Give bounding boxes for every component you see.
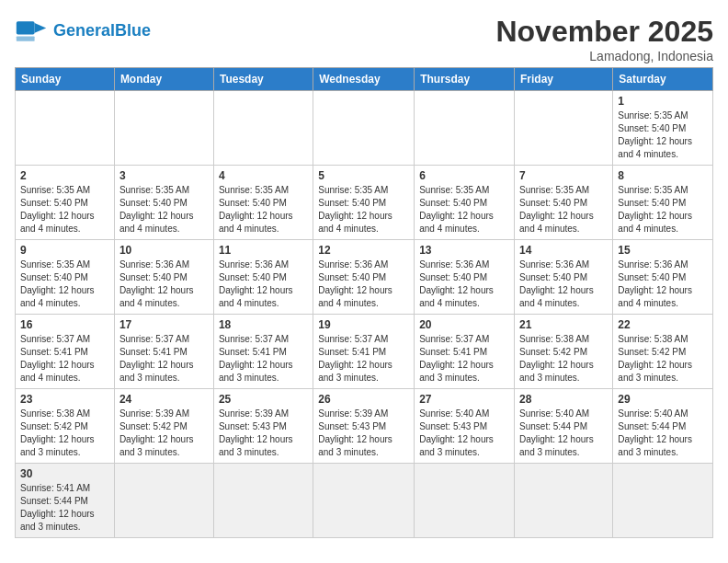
day-number: 2	[20, 169, 109, 182]
day-info: Sunrise: 5:35 AM Sunset: 5:40 PM Dayligh…	[618, 184, 708, 236]
calendar-day-cell: 16Sunrise: 5:37 AM Sunset: 5:41 PM Dayli…	[16, 315, 115, 389]
month-year-title: November 2025	[495, 15, 713, 49]
day-info: Sunrise: 5:36 AM Sunset: 5:40 PM Dayligh…	[618, 259, 708, 310]
calendar-week-row: 1Sunrise: 5:35 AM Sunset: 5:40 PM Daylig…	[16, 91, 713, 166]
weekday-header-row: SundayMondayTuesdayWednesdayThursdayFrid…	[16, 68, 713, 91]
logo: GeneralBlue	[15, 15, 151, 48]
calendar-day-cell: 30Sunrise: 5:41 AM Sunset: 5:44 PM Dayli…	[16, 464, 115, 538]
logo-blue-text: Blue	[115, 21, 151, 40]
day-info: Sunrise: 5:38 AM Sunset: 5:42 PM Dayligh…	[20, 408, 109, 459]
day-info: Sunrise: 5:37 AM Sunset: 5:41 PM Dayligh…	[318, 333, 409, 385]
day-info: Sunrise: 5:36 AM Sunset: 5:40 PM Dayligh…	[318, 259, 409, 310]
day-info: Sunrise: 5:37 AM Sunset: 5:41 PM Dayligh…	[20, 333, 109, 385]
calendar-day-cell: 29Sunrise: 5:40 AM Sunset: 5:44 PM Dayli…	[613, 389, 713, 464]
day-number: 20	[419, 318, 509, 331]
weekday-header-thursday: Thursday	[415, 68, 515, 91]
calendar-day-cell: 1Sunrise: 5:35 AM Sunset: 5:40 PM Daylig…	[613, 91, 713, 166]
day-number: 11	[219, 244, 308, 257]
calendar-day-cell: 8Sunrise: 5:35 AM Sunset: 5:40 PM Daylig…	[613, 166, 713, 240]
day-number: 12	[318, 244, 409, 257]
day-number: 16	[20, 318, 109, 331]
calendar-day-cell	[213, 91, 313, 166]
day-info: Sunrise: 5:36 AM Sunset: 5:40 PM Dayligh…	[119, 259, 209, 310]
calendar-day-cell	[313, 464, 415, 538]
calendar-day-cell: 17Sunrise: 5:37 AM Sunset: 5:41 PM Dayli…	[114, 315, 213, 389]
day-info: Sunrise: 5:37 AM Sunset: 5:41 PM Dayligh…	[119, 333, 209, 385]
day-info: Sunrise: 5:40 AM Sunset: 5:44 PM Dayligh…	[618, 408, 708, 459]
day-number: 27	[419, 393, 509, 406]
day-number: 1	[618, 95, 708, 108]
calendar-day-cell	[114, 91, 213, 166]
calendar-day-cell: 23Sunrise: 5:38 AM Sunset: 5:42 PM Dayli…	[16, 389, 115, 464]
calendar-table: SundayMondayTuesdayWednesdayThursdayFrid…	[15, 67, 713, 538]
day-number: 21	[519, 318, 608, 331]
logo-general: General	[53, 21, 115, 40]
day-number: 23	[20, 393, 109, 406]
day-number: 10	[119, 244, 209, 257]
day-info: Sunrise: 5:36 AM Sunset: 5:40 PM Dayligh…	[219, 259, 308, 310]
calendar-day-cell	[114, 464, 213, 538]
day-info: Sunrise: 5:35 AM Sunset: 5:40 PM Dayligh…	[20, 259, 109, 310]
title-block: November 2025 Lamadong, Indonesia	[495, 15, 713, 63]
calendar-day-cell: 18Sunrise: 5:37 AM Sunset: 5:41 PM Dayli…	[213, 315, 313, 389]
weekday-header-saturday: Saturday	[613, 68, 713, 91]
calendar-day-cell	[613, 464, 713, 538]
day-number: 8	[618, 169, 708, 182]
calendar-day-cell	[313, 91, 415, 166]
day-info: Sunrise: 5:36 AM Sunset: 5:40 PM Dayligh…	[519, 259, 608, 310]
weekday-header-sunday: Sunday	[16, 68, 115, 91]
day-number: 13	[419, 244, 509, 257]
calendar-day-cell: 9Sunrise: 5:35 AM Sunset: 5:40 PM Daylig…	[16, 240, 115, 315]
day-info: Sunrise: 5:38 AM Sunset: 5:42 PM Dayligh…	[618, 333, 708, 385]
calendar-day-cell: 26Sunrise: 5:39 AM Sunset: 5:43 PM Dayli…	[313, 389, 415, 464]
calendar-day-cell: 27Sunrise: 5:40 AM Sunset: 5:43 PM Dayli…	[415, 389, 515, 464]
svg-rect-2	[17, 36, 35, 40]
day-info: Sunrise: 5:35 AM Sunset: 5:40 PM Dayligh…	[219, 184, 308, 236]
day-number: 17	[119, 318, 209, 331]
day-info: Sunrise: 5:35 AM Sunset: 5:40 PM Dayligh…	[119, 184, 209, 236]
svg-marker-1	[35, 23, 47, 33]
calendar-day-cell: 5Sunrise: 5:35 AM Sunset: 5:40 PM Daylig…	[313, 166, 415, 240]
day-number: 6	[419, 169, 509, 182]
day-number: 28	[519, 393, 608, 406]
calendar-day-cell: 11Sunrise: 5:36 AM Sunset: 5:40 PM Dayli…	[213, 240, 313, 315]
day-number: 26	[318, 393, 409, 406]
svg-rect-0	[17, 21, 35, 34]
day-number: 14	[519, 244, 608, 257]
day-info: Sunrise: 5:41 AM Sunset: 5:44 PM Dayligh…	[20, 482, 109, 534]
weekday-header-tuesday: Tuesday	[213, 68, 313, 91]
calendar-day-cell: 4Sunrise: 5:35 AM Sunset: 5:40 PM Daylig…	[213, 166, 313, 240]
calendar-day-cell	[415, 464, 515, 538]
calendar-day-cell: 7Sunrise: 5:35 AM Sunset: 5:40 PM Daylig…	[515, 166, 613, 240]
location-subtitle: Lamadong, Indonesia	[495, 49, 713, 63]
calendar-day-cell: 25Sunrise: 5:39 AM Sunset: 5:43 PM Dayli…	[213, 389, 313, 464]
day-number: 18	[219, 318, 308, 331]
calendar-day-cell: 28Sunrise: 5:40 AM Sunset: 5:44 PM Dayli…	[515, 389, 613, 464]
calendar-day-cell: 3Sunrise: 5:35 AM Sunset: 5:40 PM Daylig…	[114, 166, 213, 240]
calendar-day-cell	[415, 91, 515, 166]
calendar-week-row: 9Sunrise: 5:35 AM Sunset: 5:40 PM Daylig…	[16, 240, 713, 315]
day-number: 22	[618, 318, 708, 331]
day-info: Sunrise: 5:40 AM Sunset: 5:43 PM Dayligh…	[419, 408, 509, 459]
calendar-day-cell	[515, 91, 613, 166]
day-info: Sunrise: 5:35 AM Sunset: 5:40 PM Dayligh…	[419, 184, 509, 236]
calendar-day-cell	[16, 91, 115, 166]
day-info: Sunrise: 5:39 AM Sunset: 5:43 PM Dayligh…	[318, 408, 409, 459]
day-info: Sunrise: 5:36 AM Sunset: 5:40 PM Dayligh…	[419, 259, 509, 310]
day-number: 30	[20, 467, 109, 480]
day-number: 29	[618, 393, 708, 406]
day-number: 9	[20, 244, 109, 257]
calendar-week-row: 30Sunrise: 5:41 AM Sunset: 5:44 PM Dayli…	[16, 464, 713, 538]
calendar-day-cell: 15Sunrise: 5:36 AM Sunset: 5:40 PM Dayli…	[613, 240, 713, 315]
day-number: 7	[519, 169, 608, 182]
calendar-day-cell: 10Sunrise: 5:36 AM Sunset: 5:40 PM Dayli…	[114, 240, 213, 315]
logo-icon	[15, 15, 48, 48]
logo-text: GeneralBlue	[53, 22, 151, 40]
day-info: Sunrise: 5:35 AM Sunset: 5:40 PM Dayligh…	[618, 109, 708, 161]
calendar-day-cell: 12Sunrise: 5:36 AM Sunset: 5:40 PM Dayli…	[313, 240, 415, 315]
calendar-week-row: 2Sunrise: 5:35 AM Sunset: 5:40 PM Daylig…	[16, 166, 713, 240]
calendar-day-cell	[213, 464, 313, 538]
day-info: Sunrise: 5:37 AM Sunset: 5:41 PM Dayligh…	[219, 333, 308, 385]
day-number: 25	[219, 393, 308, 406]
calendar-day-cell: 13Sunrise: 5:36 AM Sunset: 5:40 PM Dayli…	[415, 240, 515, 315]
